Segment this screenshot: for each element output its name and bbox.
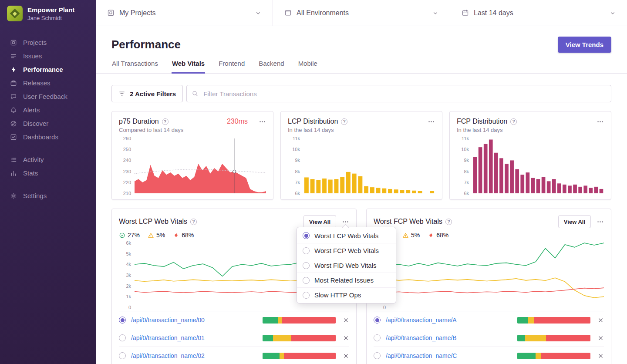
more-options-icon[interactable]	[259, 118, 266, 125]
transaction-link[interactable]: /api/0/transaction_name/B	[386, 334, 512, 341]
more-options-icon[interactable]	[597, 218, 604, 226]
dropdown-option-label: Most Related Issues	[314, 276, 374, 284]
vitals-stat-value: 68%	[182, 232, 194, 239]
lcp-distribution-chart	[303, 138, 435, 193]
chevron-down-icon	[432, 10, 438, 16]
transaction-link[interactable]: /api/0/transaction_name/00	[131, 317, 257, 324]
close-icon[interactable]	[343, 317, 349, 324]
vitals-stat: 68%	[173, 232, 194, 239]
transaction-rows: /api/0/transaction_name/00/api/0/transac…	[119, 311, 349, 364]
sidebar-item-label: Issues	[23, 52, 42, 60]
radio-button[interactable]	[374, 317, 381, 324]
dropdown-option-label: Worst LCP Web Vitals	[314, 232, 378, 239]
help-icon[interactable]: ?	[445, 219, 452, 225]
app-root: Empower Plant Jane Schmidt ProjectsIssue…	[0, 0, 627, 364]
help-icon[interactable]: ?	[341, 118, 347, 125]
card-lcp-distribution: LCP Distribution ? In the last 14 days 1…	[280, 111, 442, 200]
card-worst-fcp-web-vitals: Worst FCP Web Vitals ? View All 27%5%68%…	[366, 209, 611, 364]
tab-frontend[interactable]: Frontend	[218, 60, 245, 74]
vitals-distribution-bar	[517, 335, 590, 341]
fire-icon	[173, 232, 179, 239]
stats-icon	[10, 170, 17, 177]
transaction-link[interactable]: /api/0/transaction_name/C	[386, 352, 512, 359]
vitals-distribution-bar	[263, 317, 336, 324]
page-header: Performance View Trends All Transactions…	[96, 26, 627, 74]
close-icon[interactable]	[343, 353, 349, 359]
sidebar-item-issues[interactable]: Issues	[0, 49, 96, 63]
more-options-icon[interactable]	[428, 118, 435, 125]
calendar-icon	[462, 9, 469, 17]
transaction-link[interactable]: /api/0/transaction_name/01	[131, 334, 257, 341]
help-icon[interactable]: ?	[190, 219, 197, 225]
close-icon[interactable]	[597, 353, 604, 359]
transaction-link[interactable]: /api/0/transaction_name/A	[386, 317, 512, 324]
view-all-button[interactable]: View All	[558, 215, 591, 228]
dropdown-option-worst-fcp-web-vitals[interactable]: Worst FCP Web Vitals	[297, 243, 396, 258]
dropdown-option-worst-lcp-web-vitals[interactable]: Worst LCP Web Vitals	[297, 228, 396, 243]
card-title: Worst FCP Web Vitals	[374, 218, 442, 226]
dropdown-option-most-related-issues[interactable]: Most Related Issues	[297, 273, 396, 287]
settings-icon	[10, 192, 17, 199]
sidebar-item-projects[interactable]: Projects	[0, 36, 96, 49]
vitals-stat: 5%	[148, 232, 165, 239]
chevron-down-icon	[610, 10, 616, 16]
card-fcp-distribution: FCP Distribution ? In the last 14 days 1…	[449, 111, 611, 200]
warning-icon	[402, 232, 409, 239]
view-trends-button[interactable]: View Trends	[558, 37, 611, 53]
org-switcher[interactable]: Empower Plant Jane Schmidt	[0, 0, 96, 27]
vitals-stat: 5%	[402, 232, 420, 239]
transaction-link[interactable]: /api/0/transaction_name/02	[131, 352, 257, 359]
dropdown-option-label: Slow HTTP Ops	[314, 291, 361, 299]
p75-duration-chart	[135, 138, 266, 193]
close-icon[interactable]	[597, 335, 604, 341]
selector-label: All Environments	[297, 9, 349, 17]
window-icon	[284, 9, 292, 17]
selector-last-14-days[interactable]: Last 14 days	[450, 0, 627, 26]
sidebar-item-discover[interactable]: Discover	[0, 117, 96, 130]
sidebar-item-settings[interactable]: Settings	[0, 189, 96, 202]
active-filters-button[interactable]: 2 Active Filters	[111, 85, 183, 102]
radio-button[interactable]	[119, 334, 126, 341]
sidebar-item-releases[interactable]: Releases	[0, 76, 96, 90]
more-options-icon[interactable]	[597, 118, 604, 125]
help-icon[interactable]: ?	[510, 118, 517, 125]
projects-icon	[10, 39, 17, 46]
selector-my-projects[interactable]: My Projects	[96, 0, 273, 26]
view-all-button[interactable]: View All	[303, 215, 336, 228]
tab-all-transactions[interactable]: All Transactions	[111, 60, 158, 74]
sidebar-item-user-feedback[interactable]: User Feedback	[0, 90, 96, 103]
sidebar-item-label: Projects	[23, 39, 47, 46]
selector-all-environments[interactable]: All Environments	[273, 0, 450, 26]
vitals-distribution-bar	[517, 317, 590, 324]
performance-icon	[10, 66, 17, 73]
search-input[interactable]	[186, 85, 611, 102]
card-p75-duration: p75 Duration ? 230ms Compared to last 14…	[111, 111, 273, 200]
close-icon[interactable]	[343, 335, 349, 341]
tab-backend[interactable]: Backend	[258, 60, 284, 74]
sidebar-item-alerts[interactable]: Alerts	[0, 103, 96, 117]
sidebar-item-dashboards[interactable]: Dashboards	[0, 130, 96, 144]
sidebar-item-label: Discover	[23, 120, 48, 127]
filter-row: 2 Active Filters	[111, 85, 611, 102]
sidebar-item-performance[interactable]: Performance	[0, 63, 96, 76]
page-content: 2 Active Filters p75 Duration ? 230ms	[96, 74, 627, 364]
alerts-icon	[10, 107, 17, 114]
close-icon[interactable]	[597, 317, 604, 324]
dropdown-option-slow-http-ops[interactable]: Slow HTTP Ops	[297, 287, 396, 302]
sidebar-item-activity[interactable]: Activity	[0, 153, 96, 166]
help-icon[interactable]: ?	[162, 118, 169, 125]
radio-button[interactable]	[374, 334, 381, 341]
sidebar-item-stats[interactable]: Stats	[0, 166, 96, 180]
dropdown-option-label: Worst FCP Web Vitals	[314, 247, 379, 254]
p75-marker-dot	[233, 170, 236, 173]
sidebar-item-label: Stats	[23, 169, 38, 177]
tab-mobile[interactable]: Mobile	[298, 60, 318, 74]
radio-button[interactable]	[119, 317, 126, 324]
org-logo-icon	[7, 6, 23, 21]
radio-button[interactable]	[119, 352, 126, 359]
vitals-stat: 27%	[119, 232, 140, 239]
tab-web-vitals[interactable]: Web Vitals	[172, 60, 205, 74]
radio-button[interactable]	[374, 352, 381, 359]
search-box	[186, 85, 611, 102]
dropdown-option-worst-fid-web-vitals[interactable]: Worst FID Web Vitals	[297, 258, 396, 273]
